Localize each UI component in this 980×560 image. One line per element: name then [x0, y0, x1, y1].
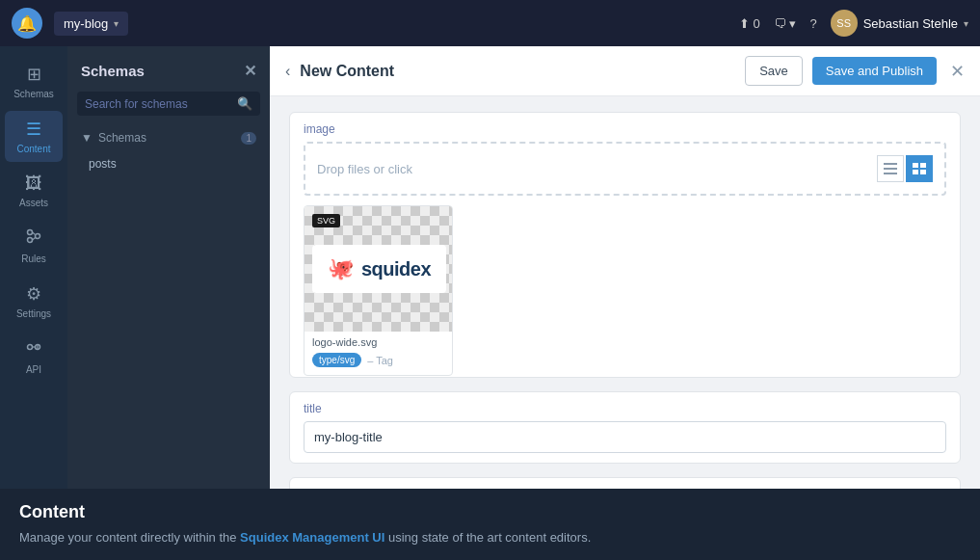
sidebar-item-assets[interactable]: 🖼 Assets: [5, 166, 63, 216]
image-filename: logo-wide.svg: [305, 332, 452, 353]
save-button[interactable]: Save: [745, 56, 803, 86]
schemas-icon: ⊞: [27, 64, 41, 85]
sidebar-item-label: Assets: [19, 198, 48, 208]
tooltip-text: Manage your content directly within the …: [19, 528, 961, 547]
image-preview-area: SVG 🐙 squidex logo-wide.svg type/svg – T…: [290, 205, 960, 378]
schema-section-label: Schemas: [98, 131, 146, 145]
grid-view-button[interactable]: [906, 155, 933, 182]
title-field-label: title: [290, 392, 960, 421]
assets-icon: 🖼: [25, 173, 42, 194]
svg-point-1: [36, 234, 40, 239]
sidebar-item-schemas[interactable]: ⊞ Schemas: [5, 56, 63, 107]
image-field-section: image Drop files or click: [289, 112, 961, 378]
image-checkerboard: SVG 🐙 squidex: [305, 206, 453, 332]
help-icon[interactable]: ?: [809, 16, 816, 31]
sidebar-item-label: Schemas: [13, 89, 54, 99]
image-tag-row: type/svg – Tag: [305, 353, 452, 375]
svg-point-2: [28, 238, 33, 243]
schema-panel: Schemas ✕ 🔍 ▼ Schemas 1 posts: [67, 46, 270, 560]
image-field-label: image: [290, 113, 960, 142]
upload-icon[interactable]: ⬆ 0: [739, 16, 760, 31]
top-nav: 🔔 my-blog ▾ ⬆ 0 🗨 ▾ ? SS Sebastian Stehl…: [0, 0, 980, 46]
sidebar: ⊞ Schemas ☰ Content 🖼 Assets Rules: [0, 46, 67, 560]
view-toggle: [877, 155, 933, 182]
content-icon: ☰: [26, 119, 41, 140]
blog-name: my-blog: [64, 16, 108, 31]
sidebar-item-label: Rules: [21, 253, 46, 264]
squidex-logo: 🐙 squidex: [312, 245, 446, 293]
sidebar-item-api[interactable]: API: [5, 331, 63, 383]
sidebar-item-rules[interactable]: Rules: [5, 220, 63, 272]
user-name: Sebastian Stehle: [863, 16, 958, 31]
svg-rect-15: [920, 170, 926, 174]
api-icon: [25, 338, 42, 360]
content-area: ‹ New Content Save Save and Publish ✕ im…: [270, 46, 980, 560]
blog-selector[interactable]: my-blog ▾: [54, 12, 128, 36]
svg-rect-11: [884, 173, 897, 174]
app-logo: 🔔: [12, 8, 42, 39]
search-icon: 🔍: [237, 96, 252, 111]
user-menu[interactable]: SS Sebastian Stehle ▾: [831, 10, 968, 37]
page-title: New Content: [300, 63, 735, 80]
title-input[interactable]: [304, 421, 946, 453]
svg-point-0: [28, 230, 33, 235]
back-button[interactable]: ‹: [285, 63, 290, 80]
avatar: SS: [831, 10, 858, 37]
schema-search-input[interactable]: [85, 97, 231, 111]
svg-badge: SVG: [312, 214, 340, 227]
image-type-tag[interactable]: type/svg: [312, 353, 361, 367]
squidex-brand-text: squidex: [361, 258, 431, 280]
sidebar-item-label: API: [26, 364, 41, 375]
sidebar-item-label: Settings: [16, 308, 51, 319]
user-chevron-icon: ▾: [964, 18, 968, 29]
tag-placeholder[interactable]: – Tag: [367, 355, 393, 366]
save-and-publish-button[interactable]: Save and Publish: [812, 57, 937, 85]
content-header: ‹ New Content Save Save and Publish ✕: [270, 46, 980, 96]
image-drop-text: Drop files or click: [317, 162, 412, 176]
squidex-octopus-icon: 🐙: [328, 256, 354, 281]
settings-icon: ⚙: [26, 283, 41, 305]
svg-rect-10: [884, 168, 897, 170]
svg-rect-14: [913, 170, 918, 174]
tooltip-heading: Content: [19, 502, 961, 522]
bottom-tooltip: Content Manage your content directly wit…: [0, 489, 980, 561]
schema-search-box[interactable]: 🔍: [77, 92, 260, 116]
schema-count-badge: 1: [241, 132, 256, 145]
schema-panel-close-icon[interactable]: ✕: [244, 62, 256, 80]
chevron-down-icon: ▾: [114, 18, 119, 29]
svg-point-5: [28, 345, 33, 350]
nav-icons: ⬆ 0 🗨 ▾ ? SS Sebastian Stehle ▾: [739, 10, 968, 37]
sidebar-item-settings[interactable]: ⚙ Settings: [5, 276, 63, 327]
sidebar-item-label: Content: [16, 144, 50, 154]
collapse-arrow-icon[interactable]: ▼: [81, 131, 93, 145]
schema-item-posts[interactable]: posts: [67, 150, 270, 177]
svg-rect-9: [884, 163, 897, 165]
brand-text: Squidex Management UI: [240, 530, 384, 545]
notifications-icon[interactable]: 🗨 ▾: [774, 16, 797, 31]
sidebar-item-content[interactable]: ☰ Content: [5, 111, 63, 162]
list-view-button[interactable]: [877, 155, 904, 182]
schemas-heading: Schemas: [81, 63, 145, 79]
rules-icon: [25, 227, 42, 250]
svg-rect-12: [913, 163, 918, 168]
title-field-section: title: [289, 391, 961, 464]
image-drop-zone[interactable]: Drop files or click: [304, 142, 946, 196]
close-icon[interactable]: ✕: [950, 61, 965, 82]
main-layout: ⊞ Schemas ☰ Content 🖼 Assets Rules: [0, 46, 980, 560]
schema-section-header: ▼ Schemas 1: [67, 125, 270, 150]
svg-rect-13: [920, 163, 926, 168]
image-preview-card[interactable]: SVG 🐙 squidex logo-wide.svg type/svg – T…: [304, 205, 453, 376]
schema-panel-header: Schemas ✕: [67, 46, 270, 92]
